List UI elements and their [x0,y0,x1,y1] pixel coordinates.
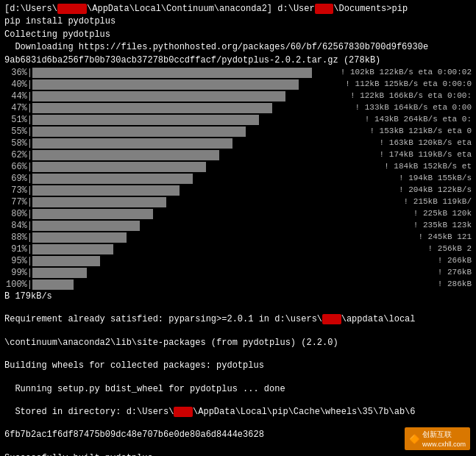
progress-info-text: ! 112kB 125kB/s eta 0:00:0 [345,79,472,88]
progress-bar-container: ! 245kB 121 [32,232,472,243]
watermark-icon: 🔶 [409,434,420,444]
progress-bar-container: ! 133kB 164kB/s eta 0:00 [32,103,472,113]
progress-row: 58%|! 163kB 120kB/s eta [4,138,472,149]
progress-bar-fill [32,268,87,278]
progress-info-text: ! 204kB 122kB/s [399,185,472,194]
collecting-line: Collecting pydotplus [4,29,472,41]
progress-info-text: ! 153kB 121kB/s eta 0 [369,127,472,135]
username-redacted-2: ■■■ [315,4,334,14]
progress-bar-fill [32,232,127,243]
watermark-text: 创新互联www.cxhll.com [422,430,466,448]
requirement-line-2: \continuum\anaconda2\lib\site-packages (… [4,337,472,349]
progress-bar-container: ! 256kB 2 [32,244,472,254]
progress-bar-container: ! 235kB 123k [32,221,472,231]
progress-label: 95%| [4,256,32,266]
progress-row: 55%|! 153kB 121kB/s eta 0 [4,126,472,138]
progress-info-text: ! 174kB 119kB/s eta [380,150,472,159]
progress-label: 73%| [4,185,32,196]
progress-label: 69%| [4,174,32,184]
progress-info-text: ! 266kB [438,256,472,265]
progress-info-text: ! 286kB [438,279,472,288]
progress-bar-fill [32,209,153,219]
progress-bar-fill [32,256,100,266]
progress-label: 77%| [4,197,32,207]
progress-row: 100%|! 286kB [4,279,472,291]
after-progress-section: B 179kB/sRequirement already satisfied: … [4,291,472,456]
username-redacted-3: ■■■ [322,314,341,324]
progress-info-text: ! 215kB 119kB/ [404,197,472,206]
progress-info-text: ! 184kB 152kB/s et [384,162,472,171]
progress-bar-container: ! 184kB 152kB/s et [32,162,472,172]
progress-info-text: ! 133kB 164kB/s eta 0:00 [355,103,472,112]
progress-label: 66%| [4,162,32,172]
progress-info-text: ! 143kB 264kB/s eta 0: [365,115,472,124]
progress-label: 80%| [4,209,32,219]
stored-line: Stored in directory: d:\Users\■■■\AppDat… [4,406,472,418]
progress-row: 99%|! 276kB [4,267,472,279]
progress-bar-container: ! 112kB 125kB/s eta 0:00:0 [32,79,472,90]
progress-row: 73%|! 204kB 122kB/s [4,185,472,196]
progress-label: 40%| [4,79,32,90]
progress-bar-container: ! 143kB 264kB/s eta 0: [32,115,472,125]
progress-info-text: ! 194kB 155kB/s [399,174,472,182]
progress-bar-container: ! 225kB 120k [32,209,472,219]
progress-info-text: ! 163kB 120kB/s eta [380,138,472,147]
terminal-window: [d:\Users\■■■■■\AppData\Local\Continuum\… [0,0,476,456]
progress-row: 47%|! 133kB 164kB/s eta 0:00 [4,102,472,114]
progress-info-text: ! 225kB 120k [413,209,472,218]
progress-bar-fill [32,185,180,196]
progress-info-text: ! 122kB 166kB/s eta 0:00: [350,91,472,100]
progress-bar-container: ! 194kB 155kB/s [32,174,472,184]
progress-label: 91%| [4,244,32,254]
progress-bar-container: ! 153kB 121kB/s eta 0 [32,127,472,137]
progress-bar-container: ! 266kB [32,256,472,266]
progress-row: 51%|! 143kB 264kB/s eta 0: [4,114,472,126]
built-line: Successfully built pydotplus [4,452,472,456]
prompt-line-1: [d:\Users\■■■■■\AppData\Local\Continuum\… [4,3,472,15]
building-line: Building wheels for collected packages: … [4,360,472,372]
progress-bar-container: ! 276kB [32,268,472,278]
progress-label: 100%| [4,279,32,290]
progress-bar-fill [32,162,206,172]
progress-row: 69%|! 194kB 155kB/s [4,173,472,185]
progress-label: 99%| [4,268,32,278]
progress-bar-fill [32,221,140,231]
progress-bar-container: ! 286kB [32,279,472,290]
username-redacted-4: ■■■ [174,407,193,417]
progress-row: 84%|! 235kB 123k [4,220,472,232]
progress-bar-fill [32,68,312,78]
progress-bar-fill [32,279,74,290]
progress-row: 62%|! 174kB 119kB/s eta [4,149,472,161]
progress-bar-fill [32,244,113,254]
progress-row: 80%|! 225kB 120k [4,208,472,220]
progress-label: 51%| [4,115,32,125]
progress-bar-container: ! 102kB 122kB/s eta 0:00:02 [32,68,472,78]
progress-bar-container: ! 204kB 122kB/s [32,185,472,196]
running-line: Running setup.py bdist_wheel for pydotpl… [4,383,472,396]
progress-label: 62%| [4,150,32,160]
progress-bar-container: ! 122kB 166kB/s eta 0:00: [32,91,472,101]
progress-row: 77%|! 215kB 119kB/ [4,196,472,208]
progress-bar-fill [32,197,166,207]
progress-label: 55%| [4,127,32,137]
progress-row: 66%|! 184kB 152kB/s et [4,161,472,173]
progress-label: 84%| [4,221,32,231]
progress-row: 40%|! 112kB 125kB/s eta 0:00:0 [4,79,472,90]
pip-install-cmd: pip install pydotplus [4,15,472,28]
progress-info-text: ! 256kB 2 [428,244,472,253]
progress-label: 58%| [4,138,32,149]
progress-label: 88%| [4,232,32,243]
progress-bar-fill [32,150,219,160]
stored-line-2: 6fb7b2ac1f6df87475b09dc48e707b6e0de80a6d… [4,429,472,441]
watermark: 🔶 创新互联www.cxhll.com [405,427,470,450]
speed-line: B 179kB/s [4,291,472,303]
progress-info-text: ! 245kB 121 [418,232,472,241]
requirement-line: Requirement already satisfied: pyparsing… [4,313,472,326]
progress-label: 36%| [4,68,32,78]
progress-bar-fill [32,127,246,137]
progress-info-text: ! 235kB 123k [413,221,472,229]
progress-label: 44%| [4,91,32,101]
downloading-line: Downloading https://files.pythonhosted.o… [4,41,472,67]
progress-row: 88%|! 245kB 121 [4,232,472,243]
progress-bar-fill [32,174,193,184]
